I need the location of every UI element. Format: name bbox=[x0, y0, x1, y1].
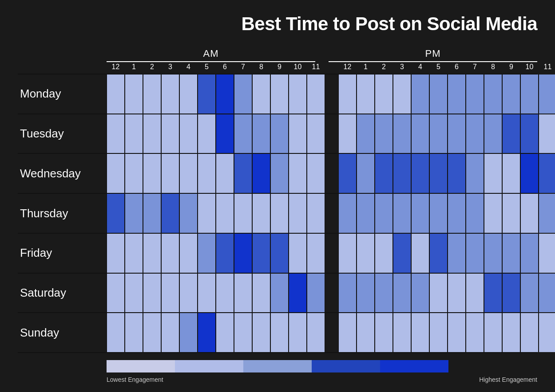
heat-cell bbox=[216, 274, 234, 313]
heat-cell bbox=[234, 74, 252, 114]
heat-cell bbox=[429, 194, 448, 233]
heat-cell bbox=[307, 194, 325, 233]
legend-bar bbox=[107, 360, 448, 372]
day-row: Wednesday bbox=[18, 153, 537, 193]
heat-cell bbox=[448, 194, 466, 233]
heat-cell bbox=[216, 313, 234, 352]
heat-cell bbox=[234, 234, 252, 273]
heat-cell bbox=[198, 194, 216, 233]
heat-cell bbox=[484, 274, 502, 313]
hour-label: 6 bbox=[216, 63, 234, 71]
heat-cell bbox=[375, 194, 393, 233]
heat-cell bbox=[107, 274, 125, 313]
heat-cell bbox=[198, 313, 216, 352]
heat-cell bbox=[234, 313, 252, 352]
heat-cell bbox=[289, 234, 307, 273]
heat-cell bbox=[357, 74, 375, 114]
heat-cell bbox=[357, 313, 375, 352]
heat-cell bbox=[234, 154, 252, 193]
heat-cell bbox=[539, 74, 555, 114]
heat-cell bbox=[448, 234, 466, 273]
hour-label: 8 bbox=[484, 63, 502, 71]
hour-label: 8 bbox=[252, 63, 270, 71]
heat-cell bbox=[429, 234, 448, 273]
heat-cell bbox=[143, 234, 161, 273]
hour-label: 4 bbox=[179, 63, 198, 71]
heat-cell bbox=[307, 154, 325, 193]
heat-cell bbox=[393, 234, 411, 273]
heat-cell bbox=[234, 114, 252, 153]
am-label: AM bbox=[107, 48, 315, 59]
hour-label: 5 bbox=[198, 63, 216, 71]
heat-cell bbox=[338, 313, 357, 352]
heat-cell bbox=[289, 274, 307, 313]
heat-cell bbox=[411, 313, 429, 352]
heat-cell bbox=[393, 313, 411, 352]
heat-cell bbox=[539, 313, 555, 352]
heat-cell bbox=[338, 274, 357, 313]
heat-cell bbox=[107, 234, 125, 273]
heat-cell bbox=[484, 154, 502, 193]
heat-cell bbox=[357, 234, 375, 273]
heat-cell bbox=[252, 154, 270, 193]
heat-cell bbox=[520, 274, 539, 313]
heat-cell bbox=[179, 74, 198, 114]
heat-cell bbox=[216, 154, 234, 193]
legend-segment bbox=[312, 360, 380, 372]
heat-cell bbox=[179, 274, 198, 313]
day-label: Monday bbox=[18, 74, 107, 114]
heat-cell bbox=[198, 74, 216, 114]
day-row: Sunday bbox=[18, 312, 537, 353]
heat-cell bbox=[289, 313, 307, 352]
heat-cell bbox=[161, 154, 179, 193]
heat-cell bbox=[375, 74, 393, 114]
heat-cell bbox=[198, 114, 216, 153]
heat-cell bbox=[448, 154, 466, 193]
hour-label: 9 bbox=[502, 63, 520, 71]
am-pm-headers: AMPM bbox=[107, 48, 537, 62]
legend-segment bbox=[107, 360, 175, 372]
heat-cell bbox=[466, 194, 484, 233]
heat-cell bbox=[357, 114, 375, 153]
heat-cell bbox=[411, 74, 429, 114]
heat-cell bbox=[466, 274, 484, 313]
heat-cell bbox=[179, 234, 198, 273]
heat-cell bbox=[252, 313, 270, 352]
heat-cell bbox=[252, 194, 270, 233]
heat-cell bbox=[143, 114, 161, 153]
heat-cell bbox=[338, 154, 357, 193]
heat-cell bbox=[375, 114, 393, 153]
hour-label: 12 bbox=[338, 63, 357, 71]
heat-cell bbox=[125, 154, 143, 193]
heat-cell bbox=[429, 154, 448, 193]
day-label: Sunday bbox=[18, 313, 107, 352]
heat-cell bbox=[107, 154, 125, 193]
hour-label: 1 bbox=[125, 63, 143, 71]
heat-cell bbox=[429, 274, 448, 313]
heat-cell bbox=[198, 234, 216, 273]
heat-cell bbox=[466, 313, 484, 352]
heat-cell bbox=[143, 313, 161, 352]
hour-label: 10 bbox=[289, 63, 307, 71]
heat-cell bbox=[411, 154, 429, 193]
heat-cell bbox=[307, 313, 325, 352]
heat-cell bbox=[393, 274, 411, 313]
heat-cell bbox=[143, 74, 161, 114]
heat-cell bbox=[393, 74, 411, 114]
heat-cell bbox=[252, 274, 270, 313]
heat-cell bbox=[448, 274, 466, 313]
heat-cell bbox=[161, 234, 179, 273]
day-row: Monday bbox=[18, 74, 537, 114]
legend-lowest-label: Lowest Engagement bbox=[107, 376, 163, 383]
heat-cell bbox=[125, 313, 143, 352]
heat-cell bbox=[161, 313, 179, 352]
day-row: Saturday bbox=[18, 273, 537, 313]
hour-label: 2 bbox=[143, 63, 161, 71]
heat-cell bbox=[411, 274, 429, 313]
heat-cell bbox=[393, 154, 411, 193]
legend-segment bbox=[380, 360, 448, 372]
day-label: Saturday bbox=[18, 274, 107, 313]
heat-cell bbox=[448, 74, 466, 114]
heat-cell bbox=[502, 234, 520, 273]
heat-cell bbox=[520, 74, 539, 114]
